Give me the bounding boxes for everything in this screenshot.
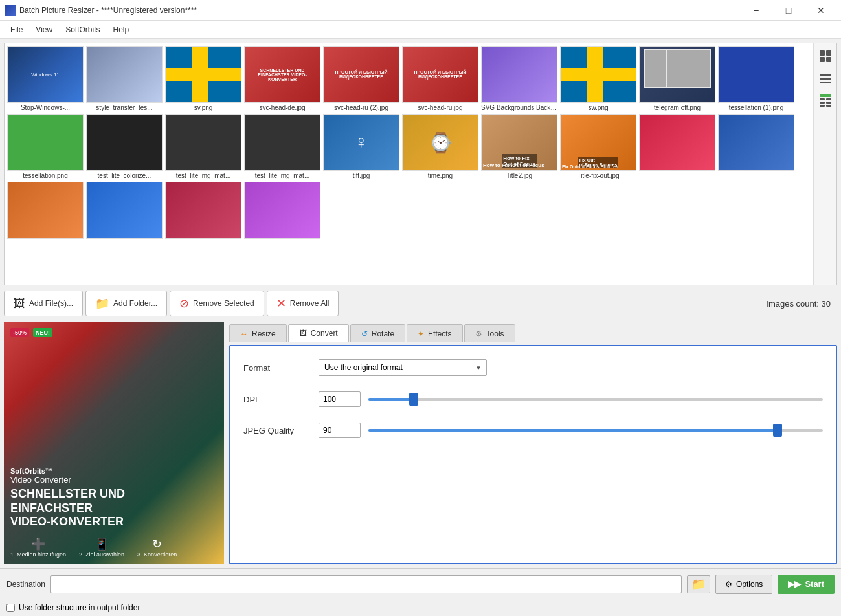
app-icon (5, 5, 16, 16)
svg-rect-12 (820, 105, 825, 107)
list-item[interactable]: ⌚ time.png (402, 114, 478, 179)
thumbnail: How to FixOut of Focus (481, 114, 557, 171)
tools-icon: ⚙ (475, 329, 482, 338)
list-item[interactable]: telegram off.png (639, 46, 715, 111)
svg-rect-5 (820, 78, 831, 80)
jpeg-slider-fill (368, 429, 778, 432)
list-item[interactable]: Windows 11 Stop-Windows-... (7, 46, 84, 111)
jpeg-quality-row: JPEG Quality (243, 423, 823, 438)
file-label: SVG Backgrounds Background coll... (481, 104, 557, 111)
format-control: Use the original format JPEG PNG BMP TIF… (319, 359, 823, 376)
start-button[interactable]: ▶▶ Start (778, 575, 835, 594)
folder-structure-checkbox[interactable] (6, 604, 15, 612)
checkbox-row: Use folder structure in output folder (0, 599, 841, 616)
jpeg-quality-label: JPEG Quality (243, 426, 308, 435)
list-item[interactable]: ПРОСТОЙ И БЫСТРЫЙ ВИДЕОКОНВЕРТЕР svc-hea… (323, 46, 399, 111)
thumbnail (639, 46, 715, 103)
thumbnail (165, 46, 241, 103)
destination-folder-button[interactable]: 📁 (687, 575, 710, 593)
list-item[interactable]: sw.png (560, 46, 636, 111)
file-label: Title-fix-out.jpg (560, 172, 636, 179)
list-item[interactable]: SCHNELLSTER UND EINFACHSTER VIDEO-KONVER… (244, 46, 320, 111)
svg-rect-7 (820, 94, 831, 97)
list-item[interactable]: sv.png (165, 46, 241, 111)
list-item[interactable]: How to FixOut of Focus Title2.jpg (481, 114, 557, 179)
thumbnail (244, 182, 320, 239)
file-label: sw.png (560, 104, 636, 111)
menu-view[interactable]: View (30, 23, 58, 37)
destination-input[interactable] (50, 575, 682, 593)
menu-file[interactable]: File (5, 23, 28, 37)
tab-resize[interactable]: ↔ Resize (229, 324, 287, 342)
jpeg-quality-input[interactable] (319, 423, 361, 438)
list-item[interactable]: test_lite_mg_mat... (165, 114, 241, 179)
images-count: Images count: 30 (766, 299, 837, 309)
dpi-slider-thumb[interactable] (409, 393, 418, 406)
view-sidebar (813, 43, 836, 285)
menu-softorbits[interactable]: SoftOrbits (60, 23, 105, 37)
toolbar: 🖼 Add File(s)... 📁 Add Folder... ⊘ Remov… (0, 285, 841, 322)
maximize-button[interactable]: □ (774, 0, 803, 21)
titlebar: Batch Picture Resizer - ****Unregistered… (0, 0, 841, 21)
svg-rect-11 (826, 102, 831, 104)
file-label: test_lite_mg_mat... (244, 172, 320, 179)
view-icon-2[interactable] (816, 69, 835, 87)
file-label: time.png (402, 172, 478, 179)
list-item[interactable]: test_lite_mg_mat... (244, 114, 320, 179)
format-select[interactable]: Use the original format JPEG PNG BMP TIF… (319, 359, 487, 376)
menu-help[interactable]: Help (108, 23, 135, 37)
dpi-slider-fill (368, 398, 414, 401)
list-item[interactable]: SVG Backgrounds Background coll... (481, 46, 557, 111)
remove-selected-label: Remove Selected (193, 299, 254, 308)
jpeg-slider-thumb[interactable] (773, 424, 782, 437)
tab-tools[interactable]: ⚙ Tools (464, 324, 515, 342)
list-item[interactable] (244, 182, 320, 240)
resize-icon: ↔ (240, 329, 248, 338)
list-item[interactable]: tessellation (1).png (718, 46, 794, 111)
list-item[interactable]: style_transfer_tes... (86, 46, 163, 111)
list-item[interactable] (718, 114, 794, 179)
destination-label: Destination (6, 580, 45, 589)
tab-effects[interactable]: ✦ Effects (407, 324, 462, 342)
effects-icon: ✦ (418, 329, 424, 338)
list-item[interactable]: test_lite_colorize... (86, 114, 163, 179)
file-label: sv.png (165, 104, 241, 111)
gear-icon: ⚙ (725, 580, 732, 589)
file-label: test_lite_colorize... (86, 172, 163, 179)
add-folder-button[interactable]: 📁 Add Folder... (85, 291, 167, 316)
list-item[interactable]: ПРОСТОЙ И БЫСТРЫЙ ВИДЕОКОНВЕРТЕР svc-hea… (402, 46, 478, 111)
preview-image: -50% NEU! SoftOrbits™ Video Converter SC… (4, 322, 224, 564)
convert-icon: 🖼 (299, 329, 307, 338)
remove-all-button[interactable]: ✕ Remove All (267, 291, 339, 316)
options-label: Options (736, 580, 763, 589)
list-item[interactable]: tessellation.png (7, 114, 84, 179)
list-item[interactable]: ♀ tiff.jpg (323, 114, 399, 179)
svg-rect-10 (820, 102, 825, 104)
add-files-button[interactable]: 🖼 Add File(s)... (4, 291, 83, 316)
minimize-button[interactable]: − (741, 0, 771, 21)
close-button[interactable]: ✕ (806, 0, 836, 21)
gallery-grid[interactable]: Windows 11 Stop-Windows-... style_transf… (5, 43, 836, 285)
list-item[interactable]: Fix Outof Focus Pictures Title-fix-out.j… (560, 114, 636, 179)
view-icon-1[interactable] (816, 47, 835, 65)
file-label: telegram off.png (639, 104, 715, 111)
options-button[interactable]: ⚙ Options (715, 575, 772, 594)
dpi-input[interactable] (319, 391, 361, 407)
list-item[interactable] (165, 182, 241, 240)
thumbnail: ПРОСТОЙ И БЫСТРЫЙ ВИДЕОКОНВЕРТЕР (323, 46, 399, 103)
list-item[interactable] (7, 182, 84, 240)
thumbnail: Fix Outof Focus Pictures (560, 114, 636, 171)
remove-selected-button[interactable]: ⊘ Remove Selected (170, 291, 264, 316)
tab-rotate[interactable]: ↺ Rotate (350, 324, 405, 342)
file-label: tessellation (1).png (718, 104, 794, 111)
svg-rect-2 (820, 57, 825, 62)
thumbnail (718, 46, 794, 103)
svg-rect-4 (820, 74, 831, 76)
view-icon-3[interactable] (816, 91, 835, 109)
tab-rotate-label: Rotate (372, 329, 394, 338)
list-item[interactable] (639, 114, 715, 179)
list-item[interactable] (86, 182, 163, 240)
dpi-slider-container (368, 393, 823, 406)
file-label: svc-head-de.jpg (244, 104, 320, 111)
tab-convert[interactable]: 🖼 Convert (288, 324, 349, 342)
